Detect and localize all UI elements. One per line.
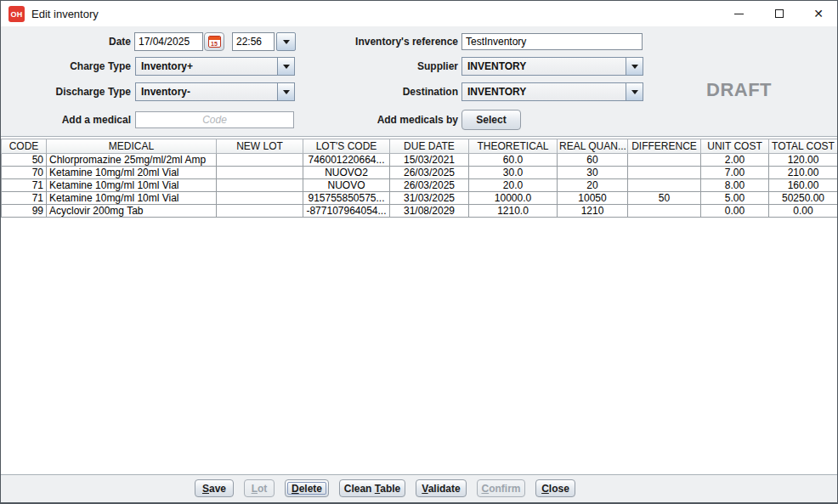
table-cell[interactable]: Acyclovir 200mg Tab (47, 205, 217, 218)
add-medical-label: Add a medical (1, 110, 131, 129)
table-cell[interactable]: 5.00 (701, 192, 769, 205)
chevron-down-icon (626, 83, 643, 100)
minimize-button[interactable] (719, 1, 758, 26)
button-label: C (541, 483, 549, 495)
table-cell[interactable] (217, 167, 303, 179)
table-row[interactable]: 99Acyclovir 200mg Tab-877107964054...31/… (2, 205, 838, 218)
table-cell[interactable]: Ketamine 10mg/ml 10ml Vial (47, 192, 217, 205)
table-cell[interactable]: 1210.0 (469, 205, 558, 218)
table-cell[interactable]: 50 (2, 154, 47, 167)
table-cell[interactable]: 15/03/2021 (390, 154, 469, 167)
table-row[interactable]: 71Ketamine 10mg/ml 10ml VialNUOVO26/03/2… (2, 179, 838, 192)
time-dropdown-button[interactable] (276, 32, 296, 51)
close-button[interactable]: Close (535, 479, 575, 497)
column-header[interactable]: REAL QUAN... (558, 139, 628, 154)
charge-type-select[interactable]: Inventory+ (135, 57, 295, 76)
table-cell[interactable]: 26/03/2025 (390, 167, 469, 179)
table-cell[interactable]: 60 (558, 154, 628, 167)
table-cell[interactable]: 50 (628, 192, 701, 205)
button-label: alidate (428, 483, 461, 495)
table-cell[interactable] (628, 167, 701, 179)
discharge-type-label: Discharge Type (1, 82, 131, 101)
table-cell[interactable]: 60.0 (469, 154, 558, 167)
table-cell[interactable]: Ketamine 10mg/ml 20ml Vial (47, 167, 217, 179)
table-cell[interactable]: 746001220664... (303, 154, 390, 167)
table-cell[interactable]: 8.00 (701, 179, 769, 192)
table-cell[interactable]: 10000.0 (469, 192, 558, 205)
table-cell[interactable] (628, 154, 701, 167)
close-window-button[interactable]: ✕ (799, 1, 838, 26)
table-row[interactable]: 71Ketamine 10mg/ml 10ml Vial915755850575… (2, 192, 838, 205)
table-cell[interactable]: 50250.00 (769, 192, 838, 205)
destination-value: INVENTORY (462, 83, 626, 100)
supplier-label: Supplier (298, 57, 458, 76)
table-cell[interactable]: 160.00 (769, 179, 838, 192)
table-cell[interactable]: 2.00 (701, 154, 769, 167)
chevron-down-icon (283, 40, 290, 44)
add-medical-code-input[interactable] (135, 111, 294, 128)
table-cell[interactable]: 31/03/2025 (390, 192, 469, 205)
column-header[interactable]: CODE (2, 139, 47, 154)
table-cell[interactable]: NUOVO2 (303, 167, 390, 179)
clean-table-button[interactable]: Clean Table (339, 479, 405, 497)
table-cell[interactable]: 7.00 (701, 167, 769, 179)
table-cell[interactable]: 0.00 (769, 205, 838, 218)
table-cell[interactable]: 31/08/2029 (390, 205, 469, 218)
table-cell[interactable]: 99 (2, 205, 47, 218)
maximize-icon (775, 9, 784, 18)
column-header[interactable]: LOT'S CODE (303, 139, 390, 154)
chevron-down-icon (626, 58, 643, 75)
validate-button[interactable]: Validate (416, 479, 467, 497)
column-header[interactable]: MEDICAL (47, 139, 217, 154)
button-label: ave (209, 483, 226, 495)
column-header[interactable]: THEORETICAL (469, 139, 558, 154)
save-button[interactable]: Save (195, 479, 234, 497)
table-cell[interactable] (628, 179, 701, 192)
discharge-type-select[interactable]: Inventory- (135, 82, 295, 101)
destination-select[interactable]: INVENTORY (461, 82, 643, 101)
table-row[interactable]: 70Ketamine 10mg/ml 20ml VialNUOVO226/03/… (2, 167, 838, 179)
table-cell[interactable]: NUOVO (303, 179, 390, 192)
table-row[interactable]: 50Chlorpromazine 25mg/ml/2ml Amp74600122… (2, 154, 838, 167)
table-cell[interactable]: 120.00 (769, 154, 838, 167)
footer-panel: SaveLotDeleteClean TableValidateConfirmC… (1, 474, 837, 503)
table-cell[interactable]: 71 (2, 179, 47, 192)
table-cell[interactable] (217, 179, 303, 192)
table-cell[interactable]: 71 (2, 192, 47, 205)
table-cell[interactable] (217, 192, 303, 205)
table-cell[interactable]: 26/03/2025 (390, 179, 469, 192)
table-cell[interactable]: 70 (2, 167, 47, 179)
select-medicals-button[interactable]: Select (461, 110, 521, 130)
inventory-reference-input[interactable] (461, 33, 643, 50)
column-header[interactable]: TOTAL COST (769, 139, 838, 154)
maximize-button[interactable] (760, 1, 799, 26)
lot-button[interactable]: Lot (244, 479, 275, 497)
table-cell[interactable] (217, 205, 303, 218)
table-cell[interactable]: 20.0 (469, 179, 558, 192)
table-cell[interactable]: 1210 (558, 205, 628, 218)
column-header[interactable]: NEW LOT (217, 139, 303, 154)
table-cell[interactable]: 20 (558, 179, 628, 192)
table-cell[interactable] (217, 154, 303, 167)
column-header[interactable]: DUE DATE (390, 139, 469, 154)
table-cell[interactable]: Ketamine 10mg/ml 10ml Vial (47, 179, 217, 192)
table-cell[interactable]: 30 (558, 167, 628, 179)
minimize-icon (734, 14, 744, 14)
table-cell[interactable]: 30.0 (469, 167, 558, 179)
table-cell[interactable]: 0.00 (701, 205, 769, 218)
delete-button[interactable]: Delete (285, 479, 329, 497)
time-input[interactable] (232, 32, 275, 51)
table-cell[interactable]: 210.00 (769, 167, 838, 179)
column-header[interactable]: DIFFERENCE (628, 139, 701, 154)
column-header[interactable]: UNIT COST (701, 139, 769, 154)
date-input[interactable] (134, 32, 203, 51)
table-cell[interactable] (628, 205, 701, 218)
table-cell[interactable]: 10050 (558, 192, 628, 205)
confirm-button[interactable]: Confirm (477, 479, 525, 497)
table-cell[interactable]: Chlorpromazine 25mg/ml/2ml Amp (47, 154, 217, 167)
table-cell[interactable]: -877107964054... (303, 205, 390, 218)
supplier-select[interactable]: INVENTORY (461, 57, 643, 76)
calendar-button[interactable]: 15 (204, 32, 224, 51)
edit-inventory-window: OH Edit inventory ✕ Date Charge Type Dis… (0, 0, 838, 504)
table-cell[interactable]: 915755850575... (303, 192, 390, 205)
